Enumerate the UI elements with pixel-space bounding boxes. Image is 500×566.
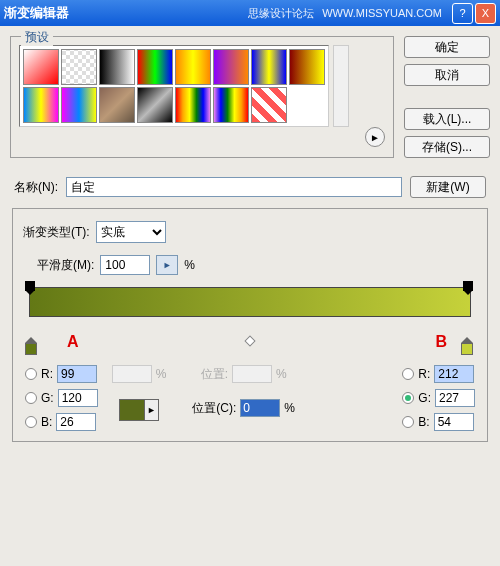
left-g-input[interactable] — [58, 389, 98, 407]
preset-swatch[interactable] — [251, 87, 287, 123]
preset-swatch[interactable] — [61, 87, 97, 123]
side-buttons: 确定 取消 载入(L)... 存储(S)... — [404, 36, 490, 158]
preset-swatch[interactable] — [251, 49, 287, 85]
right-g-input[interactable] — [435, 389, 475, 407]
left-b-input[interactable] — [56, 413, 96, 431]
smoothness-label: 平滑度(M): — [37, 257, 94, 274]
ok-button[interactable]: 确定 — [404, 36, 490, 58]
preset-swatch[interactable] — [99, 87, 135, 123]
left-rgb: R: G: B: — [25, 365, 98, 431]
gradient-ramp[interactable] — [29, 287, 471, 317]
preset-swatch[interactable] — [175, 87, 211, 123]
right-b-radio[interactable] — [402, 416, 414, 428]
right-b-input[interactable] — [434, 413, 474, 431]
right-g-radio[interactable] — [402, 392, 414, 404]
left-b-radio[interactable] — [25, 416, 37, 428]
swatch-arrow-icon: ► — [144, 400, 158, 420]
opacity-stop-left[interactable] — [25, 281, 37, 295]
close-button[interactable]: X — [475, 3, 496, 24]
position-input[interactable] — [240, 399, 280, 417]
preset-swatch[interactable] — [61, 49, 97, 85]
annotation-a: A — [67, 333, 79, 351]
preset-group: 预设 ► — [10, 36, 394, 158]
help-button[interactable]: ? — [452, 3, 473, 24]
gradient-type-select[interactable]: 实底 — [96, 221, 166, 243]
save-button[interactable]: 存储(S)... — [404, 136, 490, 158]
new-button[interactable]: 新建(W) — [410, 176, 486, 198]
load-button[interactable]: 载入(L)... — [404, 108, 490, 130]
annotation-b: B — [435, 333, 447, 351]
gradient-ramp-area: A B — [23, 287, 477, 347]
left-r-radio[interactable] — [25, 368, 37, 380]
name-label: 名称(N): — [14, 179, 58, 196]
window-title: 渐变编辑器 — [4, 4, 248, 22]
preset-swatch[interactable] — [137, 87, 173, 123]
right-r-radio[interactable] — [402, 368, 414, 380]
preset-swatches[interactable] — [19, 45, 329, 127]
gradient-type-label: 渐变类型(T): — [23, 224, 90, 241]
pct-label: % — [184, 258, 195, 272]
preset-swatch[interactable] — [99, 49, 135, 85]
left-g-radio[interactable] — [25, 392, 37, 404]
position-label: 位置(C): — [192, 400, 236, 417]
opacity-stop-right[interactable] — [463, 281, 475, 295]
titlebar: 渐变编辑器 思缘设计论坛 WWW.MISSYUAN.COM ? X — [0, 0, 500, 26]
color-swatch-button[interactable]: ► — [119, 399, 159, 421]
right-rgb: R: G: B: — [402, 365, 475, 431]
left-r-input[interactable] — [57, 365, 97, 383]
preset-swatch[interactable] — [23, 49, 59, 85]
smoothness-input[interactable] — [100, 255, 150, 275]
watermark-1: 思缘设计论坛 — [248, 6, 314, 21]
preset-swatch[interactable] — [213, 87, 249, 123]
preset-swatch[interactable] — [175, 49, 211, 85]
cancel-button[interactable]: 取消 — [404, 64, 490, 86]
color-stop-left[interactable] — [25, 337, 39, 355]
opacity-input-disabled — [112, 365, 152, 383]
preset-swatch[interactable] — [137, 49, 173, 85]
preset-scrollbar[interactable] — [333, 45, 349, 127]
preset-swatch[interactable] — [213, 49, 249, 85]
watermark-2: WWW.MISSYUAN.COM — [322, 7, 442, 19]
preset-swatch[interactable] — [289, 49, 325, 85]
position-disabled — [232, 365, 272, 383]
right-r-input[interactable] — [434, 365, 474, 383]
preset-label: 预设 — [21, 29, 53, 46]
midpoint-diamond[interactable] — [244, 335, 255, 346]
preset-swatch[interactable] — [23, 87, 59, 123]
name-input[interactable] — [66, 177, 402, 197]
smoothness-stepper[interactable]: ► — [156, 255, 178, 275]
preset-menu-button[interactable]: ► — [365, 127, 385, 147]
gradient-group: 渐变类型(T): 实底 平滑度(M): ► % A B R: G: B: — [12, 208, 488, 442]
color-stop-right[interactable] — [461, 337, 475, 355]
